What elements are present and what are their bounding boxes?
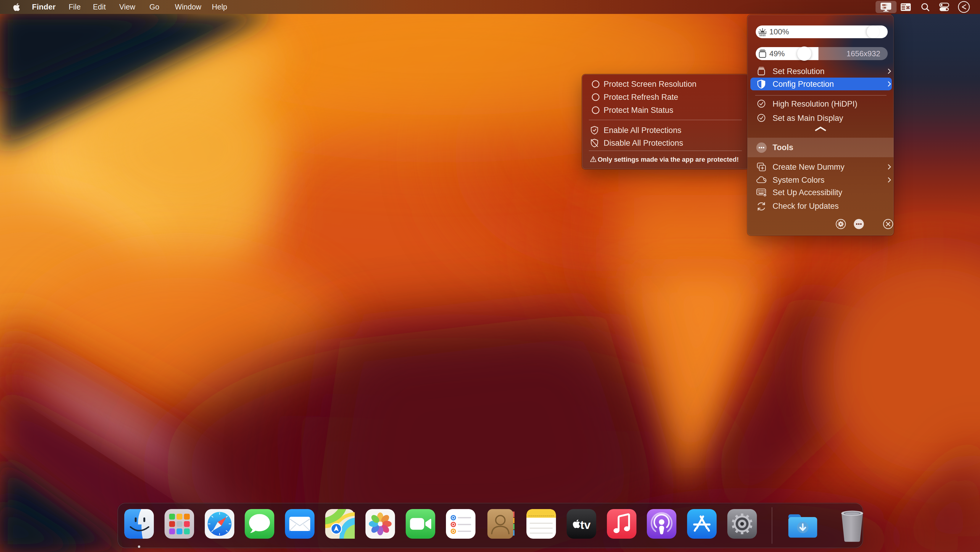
svg-text:⌘: ⌘ <box>906 5 910 10</box>
svg-text:tv: tv <box>580 518 590 531</box>
